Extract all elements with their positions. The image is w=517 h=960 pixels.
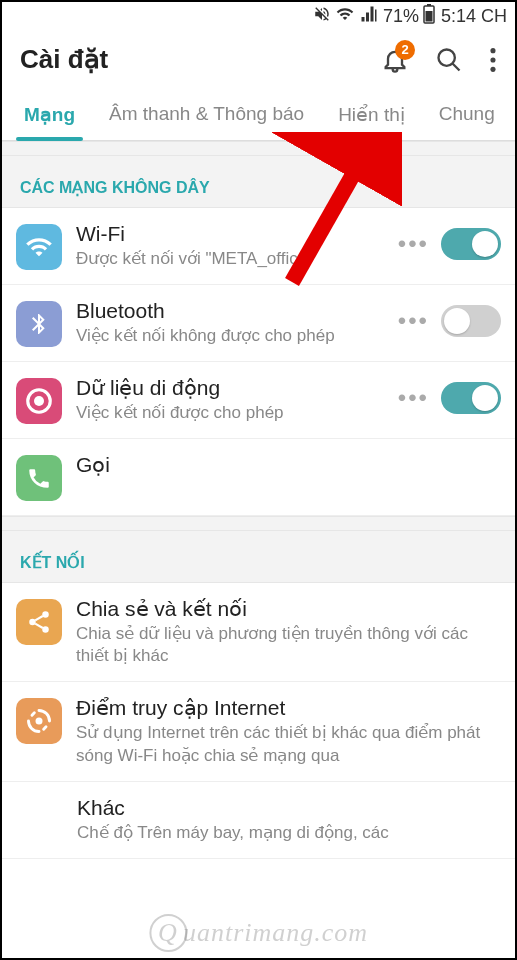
tab-display[interactable]: Hiển thị <box>330 91 413 140</box>
item-bluetooth[interactable]: Bluetooth Việc kết nối không được cho ph… <box>2 285 515 362</box>
item-call[interactable]: Gọi <box>2 439 515 516</box>
tab-bar: Mạng Âm thanh & Thông báo Hiển thị Chung <box>2 91 515 141</box>
svg-rect-1 <box>427 4 431 6</box>
item-sub: Việc kết nối không được cho phép <box>76 325 384 347</box>
item-mobile-data[interactable]: Dữ liệu di động Việc kết nối được cho ph… <box>2 362 515 439</box>
tab-sound[interactable]: Âm thanh & Thông báo <box>101 91 312 140</box>
svg-point-15 <box>36 718 43 725</box>
bluetooth-toggle[interactable] <box>441 305 501 337</box>
app-header: Cài đặt 2 <box>2 30 515 91</box>
more-icon[interactable]: ••• <box>398 386 429 410</box>
svg-point-11 <box>29 619 36 626</box>
section-header-connect: KẾT NỐI <box>2 530 515 583</box>
battery-icon <box>423 4 435 29</box>
mobiledata-icon <box>16 378 62 424</box>
more-icon[interactable]: ••• <box>398 309 429 333</box>
svg-rect-2 <box>425 11 432 22</box>
section-gap <box>2 516 515 530</box>
page-title: Cài đặt <box>20 44 108 75</box>
more-icon[interactable]: ••• <box>398 232 429 256</box>
item-other[interactable]: Khác Chế độ Trên máy bay, mạng di động, … <box>2 782 515 859</box>
item-title: Gọi <box>76 453 501 477</box>
svg-point-3 <box>439 49 455 65</box>
item-sub: Chế độ Trên máy bay, mạng di động, các <box>77 822 501 844</box>
section-header-wireless: CÁC MẠNG KHÔNG DÂY <box>2 155 515 208</box>
svg-line-13 <box>35 616 43 620</box>
clock-time: 5:14 CH <box>441 6 507 27</box>
more-button[interactable] <box>489 46 497 74</box>
item-title: Wi-Fi <box>76 222 384 246</box>
item-sub: Sử dụng Internet trên các thiết bị khác … <box>76 722 501 766</box>
bluetooth-icon <box>16 301 62 347</box>
item-sub: Được kết nối với "META_office" <box>76 248 384 270</box>
item-share-connect[interactable]: Chia sẻ và kết nối Chia sẻ dữ liệu và ph… <box>2 583 515 682</box>
item-title: Khác <box>77 796 501 820</box>
wifi-toggle[interactable] <box>441 228 501 260</box>
svg-point-9 <box>34 396 44 406</box>
item-sub: Chia sẻ dữ liệu và phương tiện truyền th… <box>76 623 501 667</box>
phone-icon <box>16 455 62 501</box>
notifications-badge: 2 <box>395 40 415 60</box>
share-icon <box>16 599 62 645</box>
item-title: Chia sẻ và kết nối <box>76 597 501 621</box>
hotspot-icon <box>16 698 62 744</box>
item-sub: Việc kết nối được cho phép <box>76 402 384 424</box>
svg-point-7 <box>490 66 495 71</box>
tab-network[interactable]: Mạng <box>16 91 83 140</box>
mute-icon <box>313 5 331 28</box>
notifications-button[interactable]: 2 <box>381 46 409 74</box>
svg-point-12 <box>42 627 49 634</box>
status-bar: 71% 5:14 CH <box>2 2 515 30</box>
wifi-icon <box>335 5 355 28</box>
item-title: Bluetooth <box>76 299 384 323</box>
svg-line-4 <box>453 63 460 70</box>
watermark: Quantrimang.com <box>149 914 368 952</box>
tab-general[interactable]: Chung <box>431 91 503 140</box>
svg-point-5 <box>490 48 495 53</box>
item-title: Điểm truy cập Internet <box>76 696 501 720</box>
item-hotspot[interactable]: Điểm truy cập Internet Sử dụng Internet … <box>2 682 515 781</box>
svg-point-6 <box>490 57 495 62</box>
item-wifi[interactable]: Wi-Fi Được kết nối với "META_office" ••• <box>2 208 515 285</box>
svg-point-10 <box>42 611 49 618</box>
item-title: Dữ liệu di động <box>76 376 384 400</box>
mobiledata-toggle[interactable] <box>441 382 501 414</box>
svg-line-14 <box>35 624 43 628</box>
battery-percent: 71% <box>383 6 419 27</box>
section-gap <box>2 141 515 155</box>
search-button[interactable] <box>435 46 463 74</box>
wifi-icon <box>16 224 62 270</box>
signal-icon <box>359 5 379 28</box>
